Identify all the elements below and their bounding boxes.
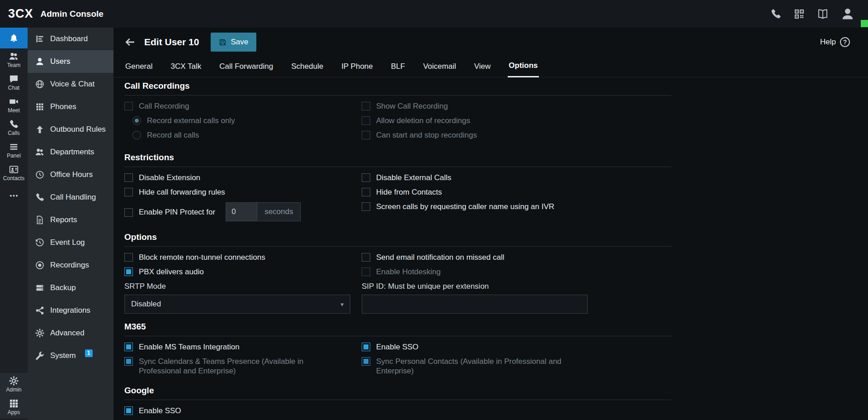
sidebar-item-dashboard[interactable]: Dashboard [28, 28, 113, 50]
checkbox-row: Send email notification on missed call [362, 252, 671, 265]
checkbox-row: Hide call forwarding rules [124, 187, 362, 200]
rail-label: Contacts [3, 176, 24, 181]
rail-item-panel[interactable]: Panel [0, 139, 28, 162]
tab-general[interactable]: General [124, 62, 153, 77]
tab-bar: General 3CX Talk Call Forwarding Schedul… [113, 57, 868, 77]
tab-schedule[interactable]: Schedule [290, 62, 324, 77]
allow-deletion-recordings-checkbox[interactable] [362, 116, 370, 125]
system-badge: 1 [85, 349, 93, 357]
sidebar-item-backup[interactable]: Backup [28, 277, 113, 299]
tab-blf[interactable]: BLF [390, 62, 406, 77]
sync-personal-contacts-checkbox[interactable] [362, 357, 370, 366]
rail-item-apps[interactable]: Apps [0, 396, 28, 418]
call-recording-checkbox[interactable] [124, 102, 133, 110]
sidebar-item-recordings[interactable]: Recordings [28, 254, 113, 277]
save-button[interactable]: Save [211, 33, 256, 52]
phone-icon[interactable] [770, 9, 781, 19]
save-label: Save [231, 38, 248, 47]
radio-row: Record external calls only [132, 115, 362, 128]
checkbox-label: Hide call forwarding rules [139, 187, 225, 197]
section-restrictions: Restrictions Disable Extension Hide call… [124, 153, 671, 224]
sidebar-item-departments[interactable]: Departments [28, 141, 113, 163]
sidebar-item-office-hours[interactable]: Office Hours [28, 163, 113, 186]
calls-icon [9, 119, 19, 129]
history-icon [35, 238, 44, 247]
pin-seconds-input[interactable] [226, 202, 257, 221]
enable-pin-protect-checkbox[interactable] [124, 208, 133, 217]
help-link[interactable]: Help ? [820, 37, 850, 47]
enable-sso-google-checkbox[interactable] [124, 406, 133, 415]
rail-item-calls[interactable]: Calls [0, 116, 28, 139]
sip-id-input[interactable] [362, 295, 588, 314]
report-icon [35, 215, 44, 224]
checkbox-row: Enable Hotdesking [362, 267, 671, 279]
checkbox-label: Enable SSO [139, 406, 181, 416]
sidebar-item-reports[interactable]: Reports [28, 209, 113, 231]
block-remote-connections-checkbox[interactable] [124, 253, 133, 262]
rail-item-admin[interactable]: Admin [0, 373, 28, 396]
pin-protect-row: Enable PIN Protect for seconds [124, 201, 362, 222]
sidebar-item-phones[interactable]: Phones [28, 95, 113, 118]
disable-external-calls-checkbox[interactable] [362, 173, 370, 182]
rail-item-notifications[interactable] [0, 28, 28, 48]
start-stop-recordings-checkbox[interactable] [362, 131, 370, 139]
checkbox-label: Send email notification on missed call [376, 252, 504, 262]
checkbox-row: Call Recording [124, 101, 362, 114]
sidebar-item-system[interactable]: System 1 [28, 344, 113, 367]
checkbox-label: PBX delivers audio [139, 267, 204, 277]
rail-item-more[interactable] [0, 184, 28, 207]
checkbox-row: PBX delivers audio [124, 267, 362, 279]
integrations-icon [35, 306, 44, 315]
screen-calls-ivr-checkbox[interactable] [362, 202, 370, 211]
sidebar-item-label: Departments [50, 148, 94, 157]
hide-call-forwarding-checkbox[interactable] [124, 188, 133, 196]
disable-extension-checkbox[interactable] [124, 173, 133, 182]
checkbox-row: Sync Personal Contacts (Available in Pro… [362, 356, 671, 376]
help-question-icon[interactable]: ? [840, 37, 850, 47]
sidebar-item-outbound-rules[interactable]: Outbound Rules [28, 118, 113, 141]
sidebar-item-advanced[interactable]: Advanced [28, 322, 113, 344]
tab-ip-phone[interactable]: IP Phone [340, 62, 374, 77]
record-all-calls-radio[interactable] [132, 131, 141, 139]
sidebar-item-integrations[interactable]: Integrations [28, 299, 113, 322]
rail-item-chat[interactable]: Chat [0, 71, 28, 94]
rail-item-team[interactable]: Team [0, 48, 28, 71]
page-header: Edit User 10 Save Help ? [113, 28, 868, 57]
radio-label: Record all calls [147, 130, 199, 140]
rail-item-contacts[interactable]: Contacts [0, 162, 28, 184]
tab-3cx-talk[interactable]: 3CX Talk [170, 62, 202, 77]
checkbox-row: Disable Extension [124, 172, 362, 185]
address-book-icon[interactable] [817, 9, 828, 19]
hide-from-contacts-checkbox[interactable] [362, 188, 370, 196]
rail-item-meet[interactable]: Meet [0, 94, 28, 116]
column-left: Enable MS Teams Integration Sync Calenda… [124, 342, 362, 377]
sidebar-item-call-handling[interactable]: Call Handling [28, 186, 113, 209]
tab-view[interactable]: View [473, 62, 492, 77]
record-external-calls-radio[interactable] [132, 116, 141, 125]
sidebar: Dashboard Users Voice & Chat Phones Outb… [28, 28, 113, 420]
checkbox-label: Enable Hotdesking [376, 267, 441, 277]
sidebar-item-event-log[interactable]: Event Log [28, 231, 113, 254]
sidebar-item-users[interactable]: Users [28, 50, 113, 73]
sync-calendars-presence-checkbox[interactable] [124, 357, 133, 366]
srtp-mode-select[interactable]: Disabled ▾ [124, 295, 350, 314]
account-icon[interactable] [841, 7, 854, 21]
section-title: Call Recordings [124, 81, 671, 95]
tab-call-forwarding[interactable]: Call Forwarding [218, 62, 274, 77]
back-arrow-icon[interactable] [124, 36, 136, 48]
checkbox-label: Screen calls by requesting caller name u… [376, 201, 554, 212]
keypad-icon [35, 102, 44, 111]
email-missed-call-checkbox[interactable] [362, 253, 370, 262]
sidebar-item-voice-chat[interactable]: Voice & Chat [28, 73, 113, 95]
section-m365: M365 Enable MS Teams Integration Sync Ca… [124, 322, 671, 377]
qr-code-icon[interactable] [794, 9, 805, 19]
tab-voicemail[interactable]: Voicemail [422, 62, 457, 77]
page-title: Edit User 10 [144, 37, 199, 48]
enable-hotdesking-checkbox[interactable] [362, 267, 370, 276]
show-call-recording-checkbox[interactable] [362, 102, 370, 110]
enable-ms-teams-checkbox[interactable] [124, 343, 133, 351]
column-right: Disable External Calls Hide from Contact… [362, 172, 671, 224]
enable-sso-m365-checkbox[interactable] [362, 343, 370, 351]
tab-options[interactable]: Options [508, 61, 538, 77]
pbx-delivers-audio-checkbox[interactable] [124, 267, 133, 276]
